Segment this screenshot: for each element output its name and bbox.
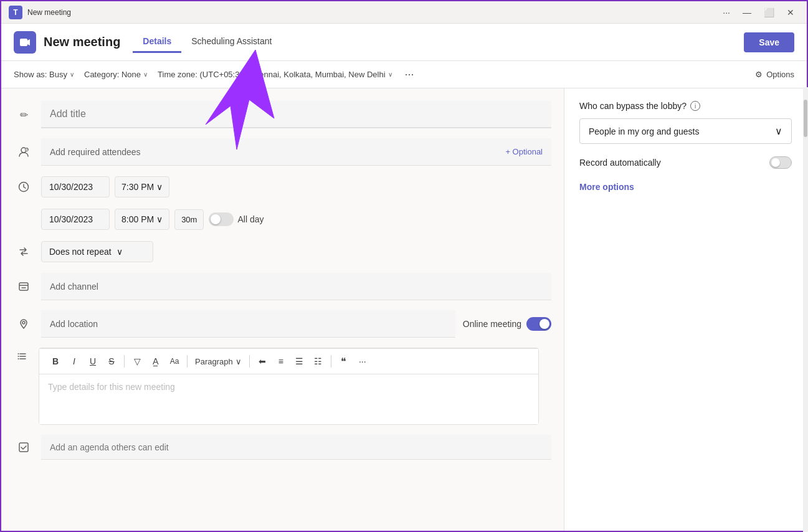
lobby-dropdown[interactable]: People in my org and guests ∨ <box>579 118 792 144</box>
all-day-toggle[interactable] <box>209 212 234 226</box>
person-icon: + <box>14 142 34 162</box>
channel-row: Add channel <box>1 268 564 305</box>
clock-icon <box>14 177 34 197</box>
title-bar: T New meeting ··· — ⬜ ✕ <box>1 1 807 24</box>
page-title: New meeting <box>44 35 120 49</box>
minimize-button[interactable]: — <box>738 6 756 19</box>
location-icon <box>14 314 34 334</box>
lobby-header: Who can bypass the lobby? i <box>579 101 792 111</box>
lobby-chevron-icon: ∨ <box>775 125 782 137</box>
end-time-chevron: ∨ <box>156 214 163 224</box>
editor-body[interactable]: Type details for this new meeting <box>39 374 538 424</box>
save-button[interactable]: Save <box>744 32 794 52</box>
more-options-link[interactable]: More options <box>579 182 634 192</box>
window-controls[interactable]: ··· — ⬜ ✕ <box>718 6 799 19</box>
attendees-row: + Add required attendees + Optional <box>1 133 564 171</box>
timezone-chevron: ∨ <box>388 71 392 78</box>
timezone-dropdown[interactable]: Time zone: (UTC+05:30) Chennai, Kolkata,… <box>158 70 392 79</box>
start-datetime-row: 10/30/2023 7:30 PM ∨ <box>1 171 564 203</box>
svg-marker-1 <box>27 39 30 45</box>
online-meeting-row: Online meeting <box>463 317 551 331</box>
lobby-question-text: Who can bypass the lobby? <box>579 101 687 111</box>
svg-text:+: + <box>26 147 29 151</box>
category-dropdown[interactable]: Category: None ∨ <box>84 70 148 79</box>
align-center-button[interactable]: ≡ <box>272 353 290 370</box>
meeting-icon <box>14 31 36 54</box>
start-date[interactable]: 10/30/2023 <box>41 176 110 197</box>
title-bar-left: T New meeting <box>9 6 71 19</box>
tab-scheduling[interactable]: Scheduling Assistant <box>181 31 282 53</box>
font-size-button[interactable]: Aa <box>166 353 183 370</box>
header-left: New meeting Details Scheduling Assistant <box>14 31 282 54</box>
online-meeting-toggle[interactable] <box>526 317 551 331</box>
align-left-button[interactable]: ⬅ <box>254 353 271 370</box>
record-row: Record automatically <box>579 156 792 169</box>
main-layout: ✏ + Add required attendees + Optional <box>1 88 807 532</box>
editor-toolbar: B I U S ▽ A̲ Aa Paragraph ∨ ⬅ ≡ <box>39 348 538 374</box>
teams-app-icon: T <box>9 6 22 19</box>
start-datetime: 10/30/2023 7:30 PM ∨ <box>41 176 551 197</box>
attendees-input[interactable]: Add required attendees + Optional <box>41 138 551 166</box>
show-as-chevron: ∨ <box>70 71 74 78</box>
agenda-icon <box>14 437 34 457</box>
pencil-icon: ✏ <box>14 105 34 125</box>
editor-placeholder: Type details for this new meeting <box>48 382 175 392</box>
highlight-button[interactable]: ▽ <box>128 353 146 370</box>
more-options-control[interactable]: ··· <box>718 6 735 19</box>
gear-icon: ⚙ <box>755 70 763 79</box>
right-panel: Who can bypass the lobby? i People in my… <box>564 88 807 532</box>
category-chevron: ∨ <box>143 71 148 78</box>
info-icon[interactable]: i <box>690 101 700 111</box>
channel-input[interactable]: Add channel <box>41 273 551 300</box>
end-datetime-row: 10/30/2023 8:00 PM ∨ 30m All day <box>1 203 564 235</box>
end-datetime: 10/30/2023 8:00 PM ∨ 30m All day <box>41 209 551 230</box>
title-input[interactable] <box>41 101 551 128</box>
window-title: New meeting <box>27 8 71 17</box>
quote-button[interactable]: ❝ <box>335 353 353 370</box>
end-time[interactable]: 8:00 PM ∨ <box>115 209 169 230</box>
repeat-row: Does not repeat ∨ <box>1 235 564 268</box>
tab-details[interactable]: Details <box>133 31 181 53</box>
toolbar-more-button[interactable]: ··· <box>405 68 414 81</box>
duration[interactable]: 30m <box>174 209 204 230</box>
online-meeting-label: Online meeting <box>463 319 521 329</box>
agenda-input[interactable] <box>41 435 551 460</box>
record-label: Record automatically <box>579 158 661 168</box>
location-row: Add location Online meeting <box>1 305 564 343</box>
editor-row: B I U S ▽ A̲ Aa Paragraph ∨ ⬅ ≡ <box>1 343 564 430</box>
meeting-toolbar: Show as: Busy ∨ Category: None ∨ Time zo… <box>1 61 807 88</box>
paragraph-dropdown[interactable]: Paragraph ∨ <box>191 356 245 368</box>
header-tabs: Details Scheduling Assistant <box>133 31 282 53</box>
end-date[interactable]: 10/30/2023 <box>41 209 110 230</box>
bullet-list-button[interactable]: ☰ <box>291 353 308 370</box>
scrollbar-thumb[interactable] <box>804 100 807 137</box>
agenda-row <box>1 430 564 465</box>
channel-icon <box>14 277 34 297</box>
repeat-chevron: ∨ <box>116 247 123 257</box>
svg-point-11 <box>18 353 19 354</box>
app-header: New meeting Details Scheduling Assistant… <box>1 24 807 61</box>
title-row: ✏ <box>1 96 564 133</box>
svg-point-7 <box>22 321 25 324</box>
svg-point-13 <box>18 358 19 359</box>
italic-button[interactable]: I <box>65 353 83 370</box>
maximize-button[interactable]: ⬜ <box>759 6 779 19</box>
optional-button[interactable]: + Optional <box>505 147 543 156</box>
close-button[interactable]: ✕ <box>782 6 799 19</box>
font-color-button[interactable]: A̲ <box>147 353 164 370</box>
bold-button[interactable]: B <box>47 353 64 370</box>
record-toggle[interactable] <box>769 156 792 169</box>
repeat-dropdown[interactable]: Does not repeat ∨ <box>41 241 153 262</box>
scrollbar-track[interactable] <box>803 88 807 532</box>
start-time[interactable]: 7:30 PM ∨ <box>115 176 169 197</box>
all-day-toggle-row: All day <box>209 212 264 226</box>
location-input[interactable]: Add location <box>41 310 455 338</box>
more-formatting-button[interactable]: ··· <box>354 353 371 370</box>
repeat-icon <box>14 242 34 262</box>
show-as-dropdown[interactable]: Show as: Busy ∨ <box>14 70 74 79</box>
strikethrough-button[interactable]: S <box>103 353 120 370</box>
underline-button[interactable]: U <box>84 353 102 370</box>
numbered-list-button[interactable]: ☷ <box>310 353 327 370</box>
options-button[interactable]: ⚙ Options <box>755 70 794 79</box>
svg-rect-6 <box>19 283 28 290</box>
